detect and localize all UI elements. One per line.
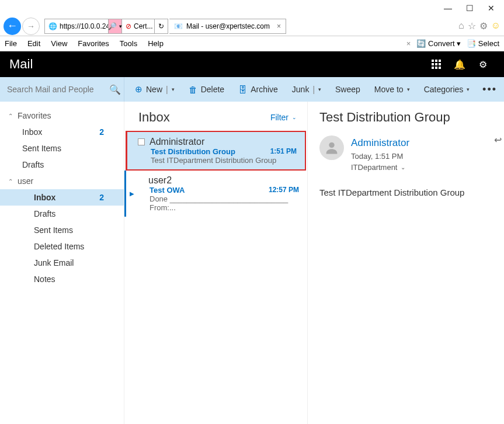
menu-bar: File Edit View Favorites Tools Help × 🔄 … xyxy=(0,36,504,51)
tab-close-icon[interactable]: × xyxy=(277,22,281,30)
reading-body: Test ITDepartment Distribution Group xyxy=(319,187,498,197)
reading-sender[interactable]: Administrator xyxy=(351,135,409,151)
svg-rect-0 xyxy=(432,60,434,62)
svg-rect-6 xyxy=(432,67,434,69)
sidebar-item-fav-inbox[interactable]: Inbox2 xyxy=(0,124,124,140)
reply-all-icon[interactable]: ↩ xyxy=(494,134,502,145)
categories-button[interactable]: Categories ▾ xyxy=(424,85,470,94)
menu-file[interactable]: File xyxy=(5,39,17,48)
message-item-0[interactable]: Administrator Test Distribution Group1:5… xyxy=(126,131,306,171)
menu-help[interactable]: Help xyxy=(148,39,164,48)
sidebar-item-fav-drafts[interactable]: Drafts xyxy=(0,157,124,173)
sidebar-item-notes[interactable]: Notes xyxy=(0,271,124,287)
ie-icon: 🌐 xyxy=(48,22,57,30)
owa-icon: 📧 xyxy=(174,22,183,30)
sidebar-group-user[interactable]: ⌃user xyxy=(0,173,124,189)
menu-favorites[interactable]: Favorites xyxy=(78,39,109,48)
menu-view[interactable]: View xyxy=(51,39,67,48)
svg-rect-7 xyxy=(435,67,437,69)
sidebar-item-inbox[interactable]: Inbox2 xyxy=(0,189,124,206)
window-close[interactable]: ✕ xyxy=(488,4,495,13)
message-preview: Done ____________________________ From:.… xyxy=(137,194,299,212)
url-text: https://10.0.0.24/ xyxy=(60,22,108,30)
expand-recipients-icon[interactable]: ⌄ xyxy=(401,163,405,172)
message-list-pane: Inbox Filter⌄ Administrator Test Distrib… xyxy=(124,102,308,424)
tools-icon[interactable]: ⚙ xyxy=(479,20,488,32)
reply-indicator-icon: ▶ xyxy=(130,190,134,197)
message-item-1[interactable]: ▶ user2 Test OWA12:57 PM Done __________… xyxy=(124,171,307,217)
app-header: Mail 🔔 ⚙ xyxy=(0,51,504,77)
close-bar-icon[interactable]: × xyxy=(406,39,411,48)
nav-forward-button[interactable]: → xyxy=(22,18,40,35)
app-title: Mail xyxy=(9,57,33,72)
home-icon[interactable]: ⌂ xyxy=(458,20,464,32)
svg-rect-3 xyxy=(432,63,434,65)
svg-rect-8 xyxy=(439,67,441,69)
convert-button[interactable]: 🔄 Convert ▾ xyxy=(416,39,461,48)
toolbar: 🔍 ⊕New |▾ 🗑Delete 🗄Archive Junk |▾ Sweep… xyxy=(0,77,504,102)
cert-error[interactable]: ⊘Cert... xyxy=(122,19,155,33)
reading-to: ITDepartment xyxy=(351,162,397,173)
new-button[interactable]: ⊕New |▾ xyxy=(135,84,175,95)
message-subject: Test OWA xyxy=(150,186,185,194)
sweep-button[interactable]: Sweep xyxy=(335,85,360,94)
archive-button[interactable]: 🗄Archive xyxy=(238,85,278,95)
message-subject: Test Distribution Group xyxy=(151,147,235,156)
message-time: 1:51 PM xyxy=(270,147,297,156)
sidebar-item-drafts[interactable]: Drafts xyxy=(0,206,124,222)
message-from: user2 xyxy=(148,175,172,186)
window-maximize[interactable]: ☐ xyxy=(466,4,474,13)
tab-title: Mail - user@xpertstec.com xyxy=(186,22,270,30)
app-launcher-icon[interactable] xyxy=(425,60,448,69)
svg-rect-2 xyxy=(439,60,441,62)
refresh-button[interactable]: ↻ xyxy=(155,19,168,33)
notifications-icon[interactable]: 🔔 xyxy=(448,59,471,70)
search-segment[interactable]: 🔎▾ xyxy=(108,19,122,33)
svg-point-9 xyxy=(329,143,334,148)
menu-edit[interactable]: Edit xyxy=(27,39,40,48)
message-preview: Test ITDepartment Distribution Group xyxy=(138,156,297,165)
browser-bar: ← → 🌐https://10.0.0.24/ 🔎▾ ⊘Cert... ↻ 📧 … xyxy=(0,16,504,36)
reading-pane: Test Distribution Group Administrator To… xyxy=(308,102,504,424)
search-input[interactable] xyxy=(7,85,109,94)
junk-button[interactable]: Junk |▾ xyxy=(292,85,321,94)
message-time: 12:57 PM xyxy=(269,186,299,194)
avatar xyxy=(319,135,344,160)
window-minimize[interactable]: — xyxy=(444,4,452,13)
svg-rect-1 xyxy=(435,60,437,62)
more-actions-button[interactable]: ••• xyxy=(482,84,504,96)
menu-tools[interactable]: Tools xyxy=(120,39,137,48)
sidebar-item-junk[interactable]: Junk Email xyxy=(0,255,124,271)
delete-button[interactable]: 🗑Delete xyxy=(189,85,224,95)
move-button[interactable]: Move to ▾ xyxy=(374,85,410,94)
reading-subject: Test Distribution Group xyxy=(319,110,498,125)
sidebar-item-deleted[interactable]: Deleted Items xyxy=(0,238,124,255)
sidebar-item-sent[interactable]: Sent Items xyxy=(0,222,124,238)
sidebar-group-favorites[interactable]: ⌃Favorites xyxy=(0,107,124,124)
message-from: Administrator xyxy=(150,137,204,147)
message-checkbox[interactable] xyxy=(138,138,145,145)
sidebar-item-fav-sent[interactable]: Sent Items xyxy=(0,140,124,157)
nav-back-button[interactable]: ← xyxy=(4,18,21,35)
search-icon[interactable]: 🔍 xyxy=(109,84,121,95)
favorites-icon[interactable]: ☆ xyxy=(468,20,476,32)
folder-title: Inbox xyxy=(138,110,170,125)
reading-datetime: Today, 1:51 PM xyxy=(351,151,409,162)
browser-tab[interactable]: 📧 Mail - user@xpertstec.com × xyxy=(169,19,286,34)
address-bar[interactable]: 🌐https://10.0.0.24/ 🔎▾ ⊘Cert... ↻ xyxy=(44,19,168,34)
search-box[interactable]: 🔍 xyxy=(0,77,124,102)
svg-rect-4 xyxy=(435,63,437,65)
filter-button[interactable]: Filter⌄ xyxy=(270,113,297,122)
select-button[interactable]: 📑 Select xyxy=(467,39,499,48)
svg-rect-5 xyxy=(439,63,441,65)
smiley-icon[interactable]: ☺ xyxy=(491,20,500,32)
settings-icon[interactable]: ⚙ xyxy=(471,59,495,70)
sidebar: ⌃Favorites Inbox2 Sent Items Drafts ⌃use… xyxy=(0,102,124,424)
